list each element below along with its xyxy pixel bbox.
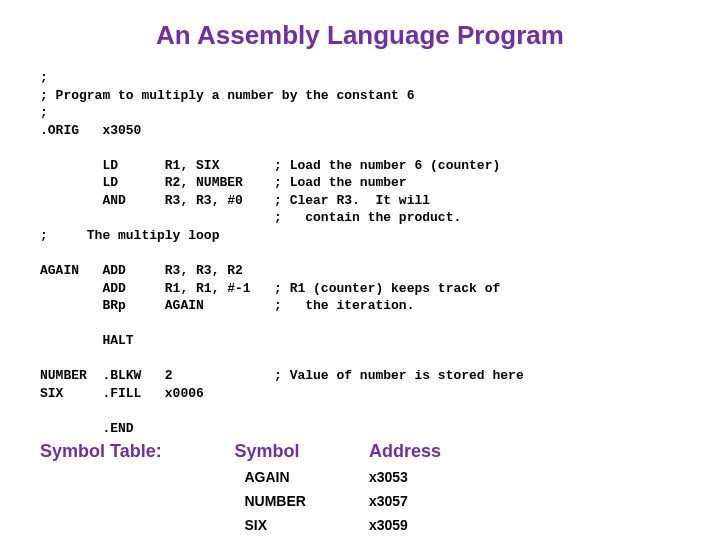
symbol-table: Symbol Table: Symbol Address AGAIN x3053…: [40, 441, 680, 534]
address-cell: x3057: [369, 493, 408, 509]
address-header: Address: [369, 441, 441, 462]
symbol-table-label: Symbol Table:: [40, 441, 230, 462]
address-cell: x3053: [369, 469, 408, 485]
symbol-header: Symbol: [234, 441, 364, 462]
table-row: SIX x3059: [40, 516, 680, 534]
page-title: An Assembly Language Program: [40, 20, 680, 51]
table-row: NUMBER x3057: [40, 492, 680, 510]
symbol-cell: NUMBER: [244, 493, 364, 509]
table-row: AGAIN x3053: [40, 468, 680, 486]
symbol-cell: SIX: [244, 517, 364, 533]
assembly-code-block: ; ; Program to multiply a number by the …: [40, 69, 680, 437]
address-cell: x3059: [369, 517, 408, 533]
symbol-cell: AGAIN: [244, 469, 364, 485]
